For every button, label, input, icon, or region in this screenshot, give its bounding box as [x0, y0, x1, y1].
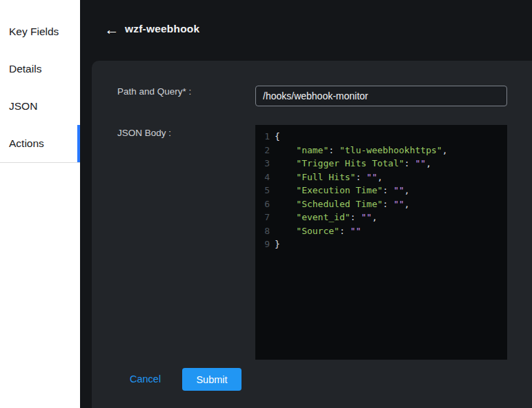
sidebar-item-label: Actions [9, 137, 44, 150]
sidebar-item-label: Key Fields [9, 26, 59, 38]
code-line: 7 "event_id": "", [255, 211, 507, 224]
form-card: Path and Query* : JSON Body : 1{2 "name"… [92, 61, 532, 408]
sidebar-divider [0, 162, 80, 163]
code-text: "Source": "" [275, 224, 361, 238]
json-editor-lines: 1{2 "name": "tlu-weebhookhttps",3 "Trigg… [255, 130, 507, 251]
line-number: 5 [255, 184, 275, 197]
line-number: 9 [255, 237, 275, 251]
code-line: 9} [255, 237, 507, 251]
line-number: 7 [255, 211, 275, 224]
code-text: { [275, 130, 280, 144]
sidebar: Key FieldsDetailsJSONActions [0, 0, 80, 408]
app-window: Key FieldsDetailsJSONActions ← wzf-weebh… [0, 0, 532, 408]
line-number: 4 [255, 171, 275, 184]
code-text: "Full Hits": "", [275, 171, 383, 184]
line-number: 2 [255, 144, 275, 157]
header: ← wzf-weebhook [80, 0, 532, 61]
code-text: "Scheduled Time": "", [275, 197, 410, 211]
sidebar-item-label: Details [9, 63, 41, 75]
code-text: "name": "tlu-weebhookhttps", [275, 144, 447, 157]
sidebar-item-details[interactable]: Details [0, 50, 80, 88]
main-panel: ← wzf-weebhook Path and Query* : JSON Bo… [80, 0, 532, 408]
sidebar-nav: Key FieldsDetailsJSONActions [0, 13, 80, 162]
code-line: 6 "Scheduled Time": "", [255, 197, 507, 211]
json-body-editor[interactable]: 1{2 "name": "tlu-weebhookhttps",3 "Trigg… [255, 125, 507, 360]
code-text: } [275, 237, 280, 251]
line-number: 1 [255, 130, 275, 144]
code-text: "Execution Time": "", [275, 184, 410, 197]
code-text: "Trigger Hits Total": "", [275, 157, 431, 171]
path-and-query-input[interactable] [255, 86, 507, 106]
code-line: 1{ [255, 130, 507, 144]
code-line: 8 "Source": "" [255, 224, 507, 238]
back-arrow-icon[interactable]: ← [103, 21, 121, 39]
line-number: 8 [255, 224, 275, 238]
page-title: wzf-weebhook [125, 23, 199, 35]
path-and-query-label: Path and Query* : [117, 86, 191, 97]
sidebar-item-json[interactable]: JSON [0, 88, 80, 125]
submit-button[interactable]: Submit [182, 368, 242, 391]
cancel-button[interactable]: Cancel [130, 373, 161, 385]
sidebar-item-actions[interactable]: Actions [0, 125, 80, 162]
code-line: 2 "name": "tlu-weebhookhttps", [255, 144, 507, 157]
sidebar-item-key-fields[interactable]: Key Fields [0, 13, 80, 50]
line-number: 6 [255, 197, 275, 211]
line-number: 3 [255, 157, 275, 171]
sidebar-item-label: JSON [9, 100, 37, 113]
code-line: 3 "Trigger Hits Total": "", [255, 157, 507, 171]
code-text: "event_id": "", [275, 211, 377, 224]
json-body-label: JSON Body : [117, 128, 171, 138]
code-line: 5 "Execution Time": "", [255, 184, 507, 197]
code-line: 4 "Full Hits": "", [255, 171, 507, 184]
